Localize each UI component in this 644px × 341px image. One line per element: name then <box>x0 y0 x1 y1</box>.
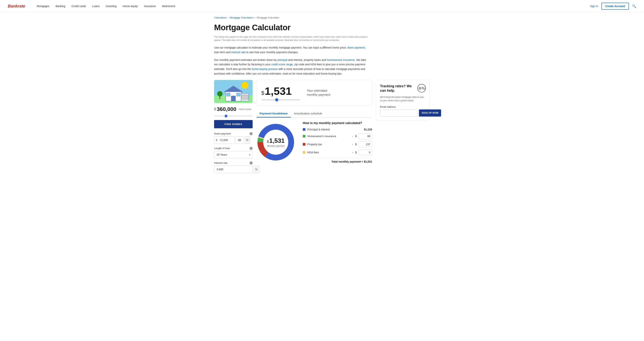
down-payment-info-icon[interactable]: i <box>250 132 253 135</box>
nav-links: Mortgages Banking Credit cards Loans Inv… <box>36 4 590 8</box>
interest-rate-input[interactable] <box>214 166 253 173</box>
hoa-plus: + <box>352 151 353 154</box>
description-1: Use our mortgage calculator to estimate … <box>214 46 368 55</box>
nav-investing[interactable]: Investing <box>106 4 116 8</box>
home-price-label: Home price <box>238 108 251 110</box>
payment-slider-thumb <box>275 98 279 102</box>
breadcrumb: Calculators › Mortgage Calculators › Mor… <box>214 16 430 19</box>
home-price-value: 360,000 <box>217 106 236 112</box>
breadcrumb-mortgage-calculators[interactable]: Mortgage Calculators <box>230 16 254 19</box>
home-price-dollar-sign: $ <box>214 107 216 111</box>
nav-right: Sign In Create Account 🔍 <box>590 3 636 10</box>
nav-home-equity[interactable]: Home equity <box>123 4 138 8</box>
create-account-button[interactable]: Create Account <box>602 3 629 10</box>
nav-insurance[interactable]: Insurance <box>144 4 156 8</box>
insurance-dollar: $ <box>355 135 357 138</box>
down-payment-amount-input[interactable] <box>219 136 234 144</box>
interest-rate-label: Interest rate <box>214 162 228 164</box>
home-buying-link[interactable]: home-buying process <box>252 68 278 70</box>
breadcrumb-separator-2: › <box>255 16 256 19</box>
breakdown-row-principal: Principal & interest $1,228 <box>303 128 372 131</box>
email-label: Email address <box>380 106 426 108</box>
rate-tracking-icon: ⊜% <box>418 84 426 92</box>
loan-length-label: Length of loan <box>214 147 230 150</box>
interest-rate-link[interactable]: interest rate <box>232 51 246 54</box>
left-panel: $ 360,000 Home price FIND HOMES Down pay… <box>214 80 253 176</box>
tracking-box: Tracking rates? We can help. ⊜% We'll br… <box>376 80 430 120</box>
donut-chart: $ 1,531 Monthly payment <box>256 123 295 162</box>
nav-banking[interactable]: Banking <box>56 4 65 8</box>
search-icon[interactable]: 🔍 <box>632 4 636 8</box>
breakdown-content: $ 1,531 Monthly payment How is my monthl… <box>256 121 372 163</box>
property-tax-amount-input[interactable] <box>358 142 372 147</box>
credit-score-link[interactable]: credit score range <box>271 63 293 66</box>
down-payment-label: Down payment <box>214 132 231 135</box>
email-input[interactable] <box>380 110 418 116</box>
total-text: Total monthly payment = $1,531 <box>332 160 372 163</box>
insurance-label: Homeowner's insurance <box>307 135 350 138</box>
nav-loans[interactable]: Loans <box>92 4 100 8</box>
hoa-dollar: $ <box>355 151 357 154</box>
nav-mortgages[interactable]: Mortgages <box>36 4 49 8</box>
interest-rate-info-icon[interactable]: i <box>250 162 253 164</box>
disclaimer-text: The listings that appear on this page ar… <box>214 35 368 42</box>
svg-rect-7 <box>237 93 240 96</box>
tabs: Payment breakdown Amortization schedule <box>256 110 372 118</box>
nav-credit-cards[interactable]: Credit cards <box>72 4 86 8</box>
svg-point-11 <box>217 91 222 96</box>
interest-rate-label-row: Interest rate i <box>214 162 253 164</box>
loan-length-select[interactable]: 10 Years 15 Years 20 Years 25 Years 30 Y… <box>214 151 253 158</box>
tracking-title: Tracking rates? We can help. <box>380 84 418 93</box>
loan-length-label-row: Length of loan i <box>214 147 253 150</box>
tab-amortization-schedule[interactable]: Amortization schedule <box>291 110 326 118</box>
payment-dollar-sign: $ <box>261 90 264 96</box>
donut-label: Monthly payment <box>267 145 284 148</box>
total-row: Total monthly payment = $1,531 <box>303 158 372 163</box>
right-panel: Tracking rates? We can help. ⊜% We'll br… <box>376 80 430 176</box>
insurance-amount-input[interactable] <box>358 133 372 139</box>
home-price-display: $ 360,000 Home price <box>214 106 253 112</box>
find-homes-button[interactable]: FIND HOMES <box>214 120 253 128</box>
svg-point-2 <box>242 82 248 89</box>
down-payment-amount-wrapper: $ <box>214 136 234 144</box>
center-panel: $ 1,531 Your estimated monthly payment P… <box>256 80 372 176</box>
breakdown-title: How is my monthly payment calculated? <box>303 121 372 125</box>
interest-rate-group: Interest rate i % <box>214 162 253 173</box>
tab-payment-breakdown[interactable]: Payment breakdown <box>256 110 291 118</box>
nav-retirement[interactable]: Retirement <box>162 4 175 8</box>
breadcrumb-current: Mortgage Calculator <box>257 16 279 19</box>
sign-in-link[interactable]: Sign In <box>590 4 598 8</box>
breakdown-row-hoa: HOA fees + $ <box>303 150 372 155</box>
loan-length-info-icon[interactable]: i <box>250 147 253 150</box>
principal-label: Principal & interest <box>307 128 362 131</box>
down-payment-input-row: $ % <box>214 136 253 144</box>
property-tax-dollar: $ <box>355 143 357 146</box>
sign-up-button[interactable]: SIGN UP NOW <box>419 110 441 116</box>
home-price-section: $ 360,000 Home price <box>214 106 253 117</box>
principal-link[interactable]: principal <box>277 58 287 62</box>
homeowners-insurance-link[interactable]: homeowners insurance <box>327 58 355 62</box>
navbar: Bankrate Mortgages Banking Credit cards … <box>0 0 644 12</box>
estimated-payment-box: $ 1,531 Your estimated monthly payment <box>256 80 372 106</box>
hoa-amount-input[interactable] <box>358 150 372 155</box>
down-payment-label-row: Down payment i <box>214 132 253 135</box>
insurance-plus: + <box>352 135 353 138</box>
home-price-slider[interactable] <box>214 116 253 116</box>
principal-value: $1,228 <box>364 128 372 131</box>
hoa-color-dot <box>303 151 306 154</box>
svg-rect-5 <box>231 96 236 101</box>
brand-logo[interactable]: Bankrate <box>8 4 25 9</box>
page-title: Mortgage Calculator <box>214 23 430 32</box>
down-payment-link[interactable]: down payment <box>348 46 365 49</box>
breadcrumb-calculators[interactable]: Calculators <box>214 16 226 19</box>
calculator-area: $ 360,000 Home price FIND HOMES Down pay… <box>214 80 430 176</box>
down-payment-group: Down payment i $ % <box>214 132 253 144</box>
down-payment-percent-input[interactable] <box>235 136 244 144</box>
down-payment-percent-sign: % <box>244 136 250 144</box>
tracking-description: We'll bring the latest mortgage rates to… <box>380 95 426 102</box>
breadcrumb-separator-1: › <box>228 16 228 19</box>
property-tax-plus: + <box>352 143 353 146</box>
main-content: Calculators › Mortgage Calculators › Mor… <box>206 12 438 188</box>
breakdown-details: How is my monthly payment calculated? Pr… <box>303 121 372 163</box>
donut-dollar-sign: $ <box>267 140 269 144</box>
